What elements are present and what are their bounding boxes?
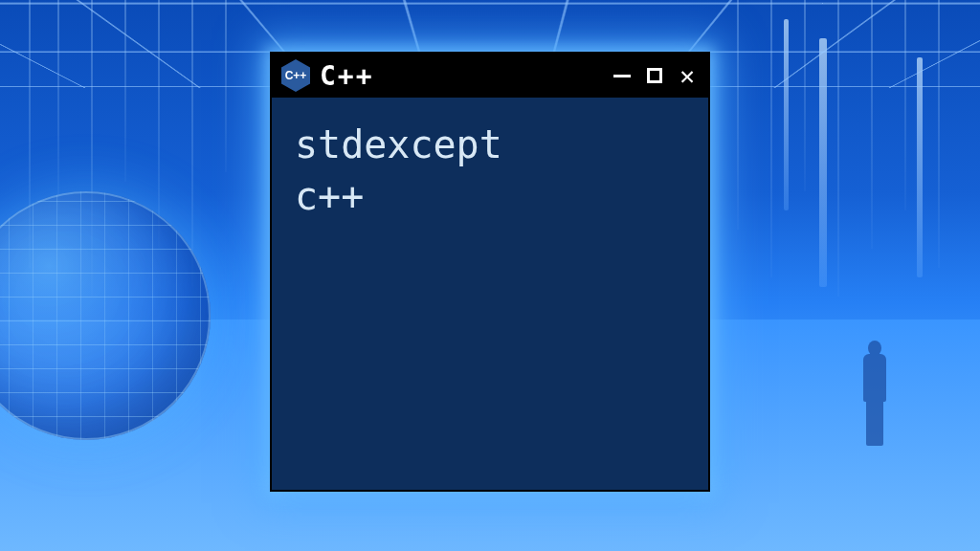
window-title: C++ (320, 60, 601, 92)
terminal-content: stdexcept c++ (272, 98, 708, 243)
maximize-button[interactable] (643, 64, 666, 87)
person-silhouette-decoration (856, 341, 894, 446)
close-button[interactable]: ✕ (676, 64, 699, 87)
close-icon: ✕ (679, 63, 695, 88)
logo-text: C++ (285, 69, 307, 82)
minimize-button[interactable] (611, 64, 634, 87)
content-line-1: stdexcept (295, 119, 685, 170)
maximize-icon (647, 68, 662, 83)
window-controls: ✕ (611, 64, 699, 87)
content-line-2: c++ (295, 170, 685, 222)
window-titlebar: C++ C++ ✕ (272, 54, 708, 98)
minimize-icon (613, 75, 631, 77)
terminal-window: C++ C++ ✕ stdexcept c++ (270, 52, 710, 492)
cpp-logo-icon: C++ (281, 59, 310, 92)
